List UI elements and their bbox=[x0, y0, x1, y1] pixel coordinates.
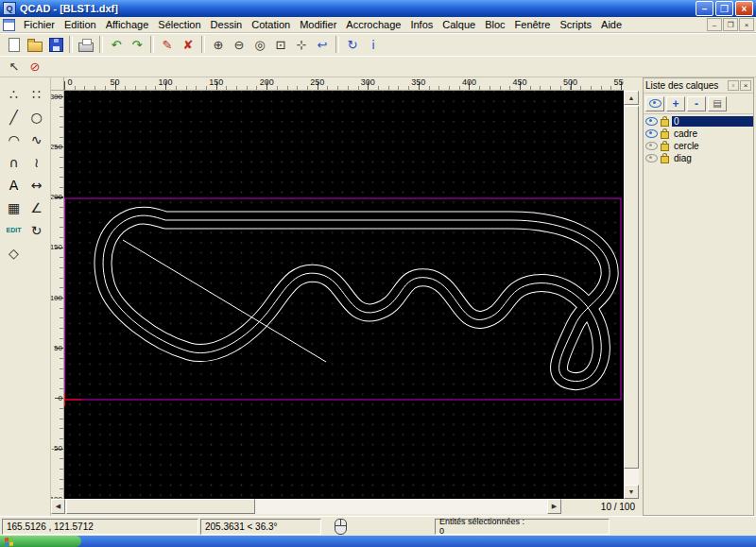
layer-row-diag[interactable]: diag bbox=[644, 152, 753, 164]
line-tool[interactable]: ╱ bbox=[3, 106, 25, 128]
scroll-right-arrow[interactable]: ▶ bbox=[547, 499, 561, 514]
undo-button[interactable]: ↶ bbox=[106, 35, 127, 55]
ruler-label-y: 300 bbox=[51, 92, 62, 100]
circle-tool[interactable]: ○ bbox=[26, 106, 47, 128]
open-file-button[interactable] bbox=[25, 35, 45, 55]
ruler-label-x: 200 bbox=[260, 77, 274, 87]
select-tool-icon: ∷ bbox=[32, 88, 41, 101]
scroll-up-arrow[interactable]: ▲ bbox=[624, 91, 639, 105]
info-button[interactable]: i bbox=[363, 35, 384, 55]
spline-tool[interactable]: ∿ bbox=[26, 128, 47, 150]
undo-icon: ↶ bbox=[112, 39, 122, 51]
toggle-visibility-button[interactable] bbox=[645, 96, 664, 111]
drawing-canvas[interactable] bbox=[64, 91, 624, 499]
hscroll-thumb[interactable] bbox=[66, 499, 255, 514]
add-layer-button[interactable]: + bbox=[666, 96, 685, 111]
delete-button[interactable]: ✘ bbox=[178, 35, 198, 55]
layer-visibility-icon[interactable] bbox=[645, 154, 658, 162]
text-tool[interactable]: A bbox=[3, 174, 25, 196]
layer-panel-toolbar: +-▤ bbox=[644, 94, 753, 114]
toolbar-separator bbox=[69, 36, 73, 53]
layer-lock-icon[interactable] bbox=[661, 119, 669, 127]
layer-lock-icon[interactable] bbox=[661, 156, 669, 163]
draw-pen-button[interactable]: ✎ bbox=[157, 35, 178, 55]
zoom-in-button[interactable]: ⊕ bbox=[208, 35, 229, 55]
windows-taskbar bbox=[0, 536, 756, 547]
arc-tool[interactable]: ◠ bbox=[3, 128, 25, 150]
layer-attributes-button[interactable]: ▤ bbox=[708, 96, 727, 111]
draw-pen-icon: ✎ bbox=[163, 39, 173, 51]
menu-aide[interactable]: Aide bbox=[596, 18, 627, 31]
minus-icon: - bbox=[695, 98, 698, 110]
layer-visibility-icon[interactable] bbox=[645, 129, 658, 138]
zoom-out-button[interactable]: ⊖ bbox=[229, 35, 249, 55]
zoom-auto-button[interactable]: ◎ bbox=[249, 35, 270, 55]
point-tool[interactable]: ∴ bbox=[3, 83, 25, 105]
mdi-restore-button[interactable]: ❐ bbox=[723, 18, 738, 31]
menu-modifier[interactable]: Modifier bbox=[295, 18, 341, 31]
menu-bar: FichierEditionAffichageSélectionDessinCo… bbox=[0, 17, 756, 33]
hatch-tool[interactable]: ▦ bbox=[3, 197, 25, 218]
menu-infos[interactable]: Infos bbox=[405, 18, 438, 31]
app-icon: Q bbox=[3, 2, 16, 15]
menu-calque[interactable]: Calque bbox=[438, 18, 480, 31]
zoom-previous-button[interactable]: ↩ bbox=[312, 35, 333, 55]
selected-entities-count: 0 bbox=[439, 527, 444, 536]
save-file-button[interactable] bbox=[45, 35, 66, 55]
eye-icon bbox=[649, 99, 662, 108]
grid-status: 10 / 100 bbox=[561, 499, 639, 514]
menu-selection[interactable]: Sélection bbox=[153, 18, 205, 31]
new-file-button[interactable] bbox=[4, 35, 25, 55]
remove-layer-button[interactable]: - bbox=[687, 96, 706, 111]
layer-row-cadre[interactable]: cadre bbox=[644, 128, 753, 140]
scroll-left-arrow[interactable]: ◀ bbox=[51, 499, 65, 514]
menu-fenetre[interactable]: Fenêtre bbox=[510, 18, 556, 31]
layer-lock-icon[interactable] bbox=[661, 131, 669, 139]
table-icon: ▤ bbox=[713, 98, 721, 109]
close-button[interactable]: × bbox=[735, 1, 753, 16]
ellipse-tool-icon: ∩ bbox=[9, 156, 18, 169]
ellipse-tool[interactable]: ∩ bbox=[3, 151, 25, 173]
menu-cotation[interactable]: Cotation bbox=[247, 18, 295, 31]
start-button[interactable] bbox=[0, 536, 81, 547]
menu-bloc[interactable]: Bloc bbox=[480, 18, 509, 31]
measure-tool-icon: ∠ bbox=[30, 201, 43, 214]
layer-visibility-icon[interactable] bbox=[645, 142, 658, 150]
ruler-label-x: 400 bbox=[462, 77, 476, 87]
deselect-all-button[interactable]: ⊘ bbox=[25, 57, 45, 77]
menu-edition[interactable]: Edition bbox=[60, 18, 101, 31]
minimize-button[interactable]: – bbox=[696, 1, 713, 16]
mdi-close-button[interactable]: × bbox=[739, 18, 754, 31]
redo-icon: ↷ bbox=[132, 39, 143, 51]
panel-close-button[interactable]: × bbox=[740, 80, 751, 91]
layer-row-cercle[interactable]: cercle bbox=[644, 140, 753, 152]
menu-accrochage[interactable]: Accrochage bbox=[341, 18, 405, 31]
measure-tool[interactable]: ∠ bbox=[26, 197, 47, 218]
maximize-button[interactable]: ❐ bbox=[715, 1, 733, 16]
zoom-pan-button[interactable]: ⊹ bbox=[291, 35, 312, 55]
vscroll-thumb[interactable] bbox=[624, 106, 639, 469]
menu-scripts[interactable]: Scripts bbox=[555, 18, 596, 31]
pointer-tool-button[interactable]: ↖ bbox=[4, 57, 25, 77]
panel-dock-button[interactable]: ▫ bbox=[728, 80, 739, 91]
layer-visibility-icon[interactable] bbox=[645, 117, 658, 126]
layer-row-0[interactable]: 0 bbox=[644, 115, 753, 128]
print-button[interactable] bbox=[76, 35, 96, 55]
polyline-tool[interactable]: ≀ bbox=[26, 151, 47, 173]
layer-lock-icon[interactable] bbox=[661, 144, 669, 151]
zoom-previous-icon: ↩ bbox=[318, 39, 328, 51]
redraw-button[interactable]: ↻ bbox=[342, 35, 363, 55]
select-tool[interactable]: ∷ bbox=[26, 83, 47, 105]
menu-fichier[interactable]: Fichier bbox=[19, 18, 60, 31]
menu-affichage[interactable]: Affichage bbox=[101, 18, 154, 31]
edit-tool[interactable]: EDIT bbox=[3, 219, 25, 241]
menu-dessin[interactable]: Dessin bbox=[206, 18, 248, 31]
zoom-window-button[interactable]: ⊡ bbox=[270, 35, 291, 55]
scroll-down-arrow[interactable]: ▼ bbox=[624, 485, 639, 499]
block-tool[interactable]: ◇ bbox=[3, 242, 25, 264]
mdi-minimize-button[interactable]: – bbox=[707, 18, 722, 31]
dimension-tool[interactable]: ↔ bbox=[26, 174, 47, 196]
redo-button[interactable]: ↷ bbox=[127, 35, 147, 55]
modify-tool[interactable]: ↻ bbox=[26, 219, 47, 241]
polyline-tool-icon: ≀ bbox=[34, 156, 39, 169]
